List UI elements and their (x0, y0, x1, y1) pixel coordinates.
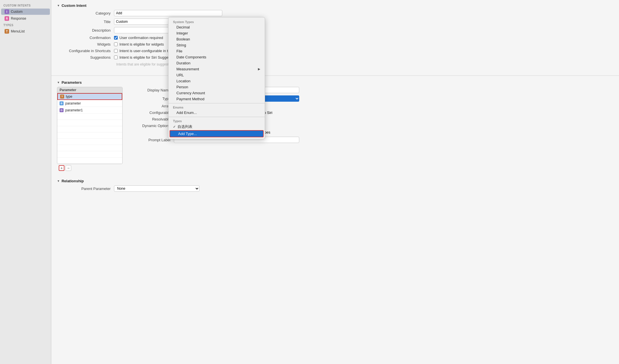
category-label: Category (57, 11, 114, 15)
array-label: Array (128, 104, 174, 108)
empty-row-4 (57, 132, 122, 139)
dropdown-url[interactable]: URL (168, 72, 265, 78)
menulist-icon: T (5, 29, 9, 34)
empty-row-6 (57, 145, 122, 151)
confirmation-label: Confirmation (57, 36, 114, 40)
configurable-shortcuts-label: Configurable in Shortcuts (57, 49, 114, 53)
suggestions-label: Suggestions (57, 55, 114, 60)
parameters-header: ▼ Parameters (57, 80, 613, 87)
dynamic-options-label: Dynamic Options (128, 124, 174, 128)
empty-row-5 (57, 139, 122, 145)
confirmation-checkbox[interactable] (114, 36, 118, 40)
params-controls: + − (57, 164, 123, 172)
title-label: Title (57, 20, 114, 24)
params-table-wrapper: Parameter T type B parameter D parameter… (57, 87, 123, 172)
sidebar-item-menulist-label: MenuList (11, 29, 25, 33)
suggestions-row: Suggestions Intent is eligible for Siri … (57, 55, 613, 60)
dropdown-add-type[interactable]: Add Type... (170, 130, 264, 137)
confirmation-row: Confirmation User confirmation required (57, 36, 613, 40)
divider-1 (51, 75, 619, 76)
param-name-parameter: parameter (65, 101, 81, 105)
param-name-parameter1: parameter1 (65, 108, 83, 112)
prompt-label-label: Prompt Label (128, 138, 174, 142)
configurable-param-label: Configurable (128, 111, 174, 115)
empty-row-8 (57, 158, 122, 164)
checkmark-icon: ✓ (173, 125, 176, 129)
params-layout: Parameter T type B parameter D parameter… (57, 87, 613, 172)
dropdown-separator-2 (168, 117, 265, 117)
response-icon: R (5, 16, 9, 21)
dropdown-add-enum[interactable]: Add Enum... (168, 110, 265, 116)
dropdown-duration[interactable]: Duration (168, 60, 265, 66)
configurable-shortcuts-checkbox[interactable] (114, 49, 118, 53)
suggestions-text: Intent is eligible for Siri Suggesti… (119, 55, 176, 60)
sidebar-item-response-label: Response (11, 17, 26, 21)
dropdown-boolean[interactable]: Boolean (168, 36, 265, 42)
widgets-row: Widgets Intent is eligible for widgets (57, 42, 613, 46)
configurable-shortcuts-checkbox-group: Intent is user-configurable in the… (114, 49, 176, 53)
dropdown-separator-1 (168, 103, 265, 103)
confirmation-text: User confirmation required (119, 36, 163, 40)
category-input[interactable] (114, 10, 222, 16)
custom-intent-triangle[interactable]: ▼ (57, 4, 60, 7)
custom-intent-title: Custom Intent (62, 3, 86, 8)
custom-intents-section-label: CUSTOM INTENTS (0, 2, 51, 8)
empty-row-3 (57, 126, 122, 132)
description-row: Description (57, 27, 613, 33)
widgets-checkbox[interactable] (114, 42, 118, 46)
types-dropdown-label: Types (168, 118, 265, 123)
sidebar-item-menulist[interactable]: T MenuList (1, 28, 50, 34)
parameters-triangle[interactable]: ▼ (57, 81, 60, 84)
dropdown-file[interactable]: File (168, 48, 265, 54)
type-row-label: Type (128, 97, 174, 101)
dropdown-string[interactable]: String (168, 42, 265, 48)
dropdown-location[interactable]: Location (168, 78, 265, 84)
custom-intent-header: ▼ Custom Intent (51, 0, 619, 10)
dropdown-person[interactable]: Person (168, 84, 265, 90)
param-name-type: type (66, 95, 72, 99)
relationship-title: Relationship (62, 179, 84, 183)
widgets-text: Intent is eligible for widgets (119, 42, 164, 46)
type-icon: T (60, 95, 64, 99)
parent-parameter-select[interactable]: None (114, 185, 199, 192)
widgets-checkbox-group: Intent is eligible for widgets (114, 42, 164, 46)
enums-label: Enums (168, 105, 265, 110)
params-row-parameter[interactable]: B parameter (57, 100, 122, 107)
remove-param-button[interactable]: − (66, 165, 71, 171)
relationship-section: ▼ Relationship Parent Parameter None (51, 177, 619, 199)
suggestions-checkbox[interactable] (114, 56, 118, 59)
empty-row-1 (57, 114, 122, 120)
display-name-label: Display Name (128, 88, 174, 92)
configurable-shortcuts-row: Configurable in Shortcuts Intent is user… (57, 49, 613, 53)
dropdown-currency-amount[interactable]: Currency Amount (168, 90, 265, 96)
dropdown-date-components[interactable]: Date Components (168, 54, 265, 60)
parent-parameter-label: Parent Parameter (57, 187, 114, 191)
sidebar-item-response[interactable]: R Response (1, 15, 50, 22)
description-label: Description (57, 28, 114, 32)
params-row-parameter1[interactable]: D parameter1 (57, 107, 122, 114)
params-table-header: Parameter (57, 87, 122, 93)
relationship-header: ▼ Relationship (57, 179, 613, 185)
parameters-section: ▼ Parameters Parameter T type B paramete… (51, 78, 619, 177)
custom-intent-form: Category Title Description Confirmation … (51, 10, 619, 73)
add-param-button[interactable]: + (59, 165, 64, 171)
parameter1-icon: D (60, 108, 64, 112)
widgets-label: Widgets (57, 42, 114, 46)
relationship-triangle[interactable]: ▼ (57, 179, 60, 183)
params-row-type[interactable]: T type (57, 93, 122, 100)
dropdown-zixuanliebiao[interactable]: ✓自选列表 (168, 123, 265, 130)
dropdown-integer[interactable]: Integer (168, 30, 265, 36)
empty-row-7 (57, 151, 122, 158)
measurement-arrow: ▶ (258, 67, 260, 71)
custom-icon: I (5, 9, 9, 14)
params-table: Parameter T type B parameter D parameter… (57, 87, 123, 164)
title-row: Title (57, 19, 613, 25)
type-dropdown: System Types Decimal Integer Boolean Str… (168, 17, 265, 139)
sidebar-item-custom[interactable]: I Custom (1, 9, 50, 15)
types-section-label: TYPES (0, 22, 51, 28)
category-row: Category (57, 10, 613, 16)
dropdown-measurement[interactable]: Measurement ▶ (168, 66, 265, 72)
dropdown-payment-method[interactable]: Payment Method (168, 96, 265, 102)
dropdown-decimal[interactable]: Decimal (168, 24, 265, 30)
system-types-label: System Types (168, 19, 265, 24)
